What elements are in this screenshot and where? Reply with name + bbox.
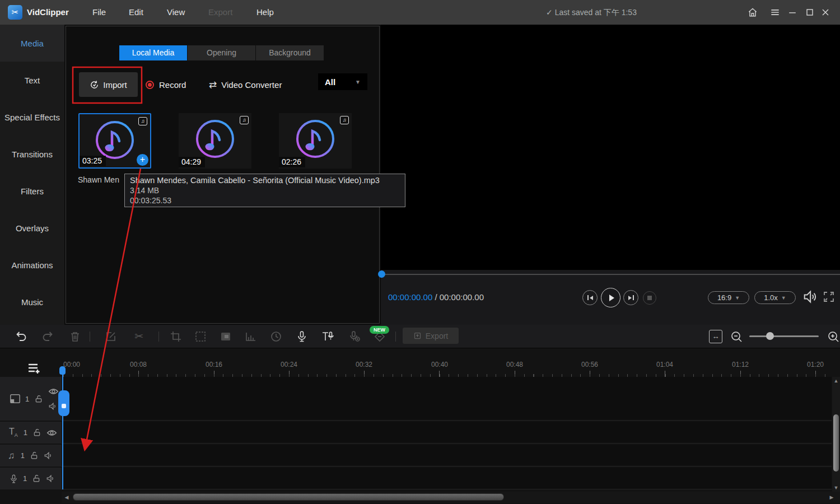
music-track-lane[interactable]: [62, 445, 832, 466]
volume-icon[interactable]: [802, 289, 818, 305]
zoom-in-icon[interactable]: [827, 330, 840, 343]
previous-frame-button[interactable]: [582, 290, 598, 305]
tooltip-filename: Shawn Mendes, Camila Cabello - Señorita …: [130, 175, 400, 185]
record-icon: [146, 81, 154, 89]
scroll-down-arrow[interactable]: ▼: [832, 485, 840, 491]
fullscreen-icon[interactable]: [822, 290, 836, 304]
voiceover-mic-icon[interactable]: [295, 330, 309, 343]
media-item-3[interactable]: ♫ 02:26: [279, 113, 352, 169]
crop-icon[interactable]: [169, 330, 183, 343]
title-bar: ✂ VidClipper File Edit View Export Help …: [0, 0, 840, 25]
sidebar-item-overlays[interactable]: Overlays: [0, 209, 64, 246]
app-title: VidClipper: [27, 0, 69, 25]
add-to-timeline-button[interactable]: +: [137, 154, 148, 166]
horizontal-scrollbar-thumb[interactable]: [73, 493, 504, 501]
sidebar-item-text[interactable]: Text: [0, 62, 64, 99]
tab-opening[interactable]: Opening: [188, 45, 255, 60]
track-mute-icon[interactable]: [46, 474, 56, 483]
speech-to-text-icon[interactable]: [348, 330, 361, 343]
home-icon[interactable]: [747, 7, 758, 18]
scroll-left-arrow[interactable]: ◀: [63, 494, 71, 500]
sidebar-item-special-effects[interactable]: Special Effects: [0, 99, 64, 136]
seek-bar[interactable]: [381, 274, 840, 275]
close-button[interactable]: [820, 7, 831, 18]
unlock-icon[interactable]: [32, 428, 41, 437]
duration-clock-icon[interactable]: [269, 330, 283, 343]
voice-track-lane[interactable]: [62, 468, 832, 489]
music-note-thumbnail-icon: [194, 118, 236, 160]
sidebar-item-transitions[interactable]: Transitions: [0, 136, 64, 172]
unlock-icon[interactable]: [32, 474, 41, 483]
playhead-handle[interactable]: [59, 366, 66, 375]
timeline-zoom-slider-handle[interactable]: [766, 332, 774, 340]
text-track-icon: TA: [9, 427, 18, 438]
scroll-right-arrow[interactable]: ▶: [828, 494, 836, 500]
playback-speed-dropdown[interactable]: 1.0x ▼: [754, 291, 796, 304]
sidebar-item-filters[interactable]: Filters: [0, 172, 64, 209]
export-button[interactable]: Export: [403, 328, 459, 344]
video-track-lane[interactable]: [62, 377, 832, 421]
fit-timeline-icon[interactable]: ↔: [709, 330, 722, 343]
tab-local-media[interactable]: Local Media: [119, 45, 187, 60]
picture-in-picture-icon[interactable]: [219, 330, 232, 343]
swap-arrows-icon: ⇄: [209, 79, 217, 91]
export-icon: [413, 332, 422, 340]
play-button[interactable]: [601, 288, 620, 307]
track-header-text: TA 1: [0, 422, 62, 444]
aspect-ratio-dropdown[interactable]: 16:9 ▼: [708, 291, 749, 304]
undo-icon[interactable]: [15, 330, 28, 343]
delete-icon[interactable]: [68, 330, 82, 343]
track-mute-icon[interactable]: [44, 451, 54, 460]
voice-track-icon: [10, 474, 18, 484]
menu-file[interactable]: File: [92, 0, 106, 25]
zoom-out-icon[interactable]: [730, 330, 743, 343]
video-converter-button[interactable]: ⇄ Video Converter: [209, 72, 282, 97]
scroll-up-arrow[interactable]: ▲: [832, 378, 840, 384]
menu-edit[interactable]: Edit: [129, 0, 143, 25]
text-track-lane[interactable]: [62, 422, 832, 444]
video-clip[interactable]: [58, 390, 69, 416]
timeline-zoom-slider[interactable]: [749, 335, 819, 337]
redo-icon[interactable]: [41, 330, 54, 343]
import-button[interactable]: Import: [79, 72, 138, 97]
duration-badge: 04:29: [179, 157, 205, 167]
visibility-eye-icon[interactable]: [48, 388, 59, 395]
resize-icon[interactable]: [194, 330, 207, 343]
text-to-speech-icon[interactable]: [321, 330, 334, 343]
new-feature-badge: NEW: [370, 326, 389, 334]
visibility-eye-icon[interactable]: [46, 429, 57, 437]
minimize-button[interactable]: [787, 7, 798, 18]
edit-icon[interactable]: [104, 330, 118, 343]
check-icon: ✓: [546, 8, 553, 17]
media-filter-dropdown[interactable]: All ▼: [318, 73, 367, 90]
vertical-scrollbar-thumb[interactable]: [833, 414, 839, 472]
split-scissors-icon[interactable]: ✂: [132, 330, 146, 343]
seek-handle[interactable]: [378, 270, 385, 278]
sidebar-item-media[interactable]: Media: [0, 25, 64, 62]
track-header-video: 1: [0, 377, 62, 421]
chevron-down-icon: ▼: [355, 79, 361, 85]
unlock-icon[interactable]: [30, 451, 39, 460]
clip-thumb-icon: [62, 404, 66, 408]
total-time: 00:00:00.00: [440, 292, 484, 302]
unlock-icon[interactable]: [34, 394, 43, 404]
audio-mixer-icon[interactable]: [244, 330, 258, 343]
maximize-button[interactable]: [804, 7, 815, 18]
media-item-1[interactable]: ♫ 03:25 +: [78, 113, 151, 169]
sidebar-item-music[interactable]: Music: [0, 283, 64, 320]
track-mute-icon[interactable]: [48, 402, 59, 410]
stop-button[interactable]: [643, 291, 656, 305]
timeline-ruler[interactable]: 00:00 00:08 00:16 00:24 00:32 00:40 00:4…: [0, 348, 840, 377]
horizontal-scrollbar[interactable]: ◀ ▶: [62, 492, 840, 503]
playhead-line: [62, 366, 63, 489]
record-button[interactable]: Record: [146, 72, 186, 97]
vertical-scrollbar[interactable]: ▲ ▼: [832, 377, 840, 492]
menu-view[interactable]: View: [167, 0, 185, 25]
sidebar-item-animations[interactable]: Animations: [0, 246, 64, 283]
media-item-2[interactable]: ♫ 04:29: [179, 113, 251, 169]
video-track-icon: [9, 393, 21, 404]
next-frame-button[interactable]: [623, 290, 638, 305]
menu-help[interactable]: Help: [256, 0, 274, 25]
hamburger-menu-icon[interactable]: [769, 7, 781, 18]
tab-background[interactable]: Background: [256, 45, 324, 60]
